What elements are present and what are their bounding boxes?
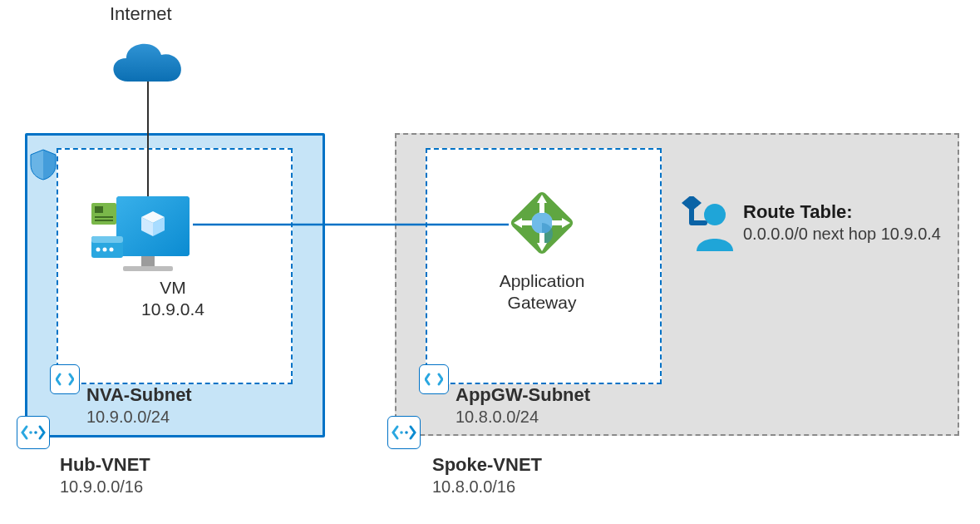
svg-rect-24 — [539, 233, 544, 243]
svg-point-13 — [103, 248, 107, 252]
hub-vnet-cidr: 10.9.0.0/16 — [60, 477, 143, 497]
appgw-label-line1: Application — [442, 271, 642, 291]
vm-label: VM — [73, 278, 273, 298]
hub-vnet-peering-icon — [17, 416, 50, 449]
svg-rect-0 — [141, 256, 155, 266]
svg-rect-26 — [522, 220, 532, 225]
spoke-subnet-peering-icon — [419, 364, 449, 394]
internet-label: Internet — [110, 3, 172, 25]
svg-rect-22 — [539, 203, 544, 213]
svg-rect-10 — [95, 220, 113, 221]
spoke-subnet-cidr: 10.8.0.0/24 — [456, 408, 539, 427]
route-table-title: Route Table: — [743, 201, 853, 223]
svg-point-12 — [96, 248, 101, 252]
svg-rect-1 — [123, 266, 173, 271]
route-table-user-icon — [680, 196, 738, 258]
svg-rect-28 — [552, 220, 562, 225]
cloud-icon — [101, 32, 193, 100]
spoke-vnet-peering-icon — [387, 416, 421, 449]
spoke-vnet-cidr: 10.8.0.0/16 — [432, 477, 515, 497]
svg-rect-8 — [95, 206, 103, 213]
svg-point-30 — [405, 431, 408, 434]
svg-rect-9 — [95, 216, 113, 218]
svg-point-29 — [400, 431, 403, 434]
hub-subnet-name: NVA-Subnet — [86, 384, 192, 406]
spoke-vnet-name: Spoke-VNET — [432, 454, 542, 476]
vm-icon — [90, 188, 206, 283]
svg-point-17 — [34, 431, 37, 434]
appgw-label-line2: Gateway — [442, 293, 642, 313]
hub-subnet-peering-icon — [50, 364, 80, 394]
svg-rect-15 — [91, 236, 123, 243]
svg-point-14 — [110, 248, 114, 252]
svg-point-31 — [704, 204, 726, 225]
hub-vnet-name: Hub-VNET — [60, 454, 150, 476]
application-gateway-icon — [502, 183, 582, 266]
shield-icon — [28, 148, 58, 185]
svg-point-16 — [29, 431, 32, 434]
spoke-subnet-name: AppGW-Subnet — [456, 384, 590, 406]
route-table-rule: 0.0.0.0/0 next hop 10.9.0.4 — [743, 225, 941, 244]
hub-subnet-cidr: 10.9.0.0/24 — [86, 408, 170, 427]
svg-rect-7 — [91, 203, 116, 225]
vm-ip: 10.9.0.4 — [73, 299, 273, 319]
